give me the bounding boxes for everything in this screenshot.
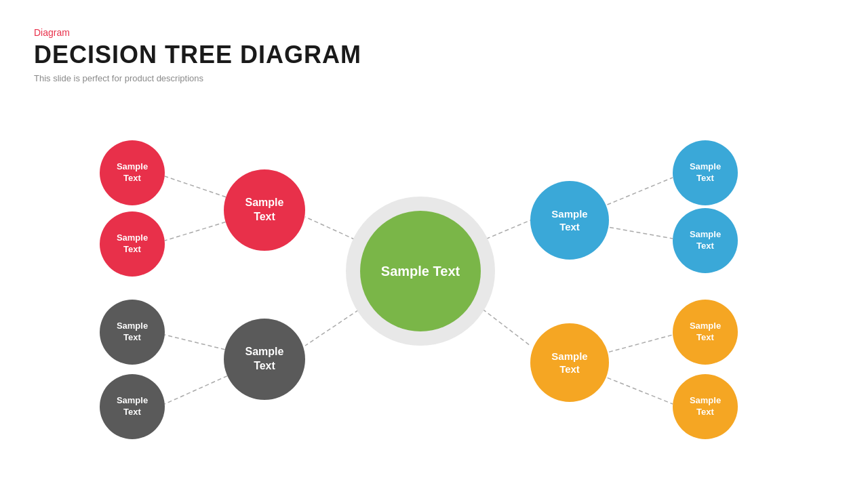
orange-bottomright-node: SampleText: [673, 374, 738, 439]
red-topleft-node: SampleText: [100, 140, 165, 205]
page-subtitle: This slide is perfect for product descri…: [34, 73, 361, 83]
gray-bottomleft-node: SampleText: [100, 374, 165, 439]
blue-bottomright-node: SampleText: [673, 208, 738, 273]
gray-mid-node: SampleText: [224, 319, 305, 400]
header: Diagram DECISION TREE DIAGRAM This slide…: [34, 27, 361, 83]
page-title: DECISION TREE DIAGRAM: [34, 41, 361, 69]
blue-topright-node: SampleText: [673, 140, 738, 205]
red-bottomleft-node: SampleText: [100, 211, 165, 277]
gray-topleft-node: SampleText: [100, 300, 165, 365]
blue-mid-node: SampleText: [530, 181, 609, 260]
center-node: Sample Text: [360, 211, 481, 331]
red-mid-node: SampleText: [224, 169, 305, 251]
header-label: Diagram: [34, 27, 361, 38]
orange-topright-node: SampleText: [673, 300, 738, 365]
orange-mid-node: SampleText: [530, 323, 609, 402]
